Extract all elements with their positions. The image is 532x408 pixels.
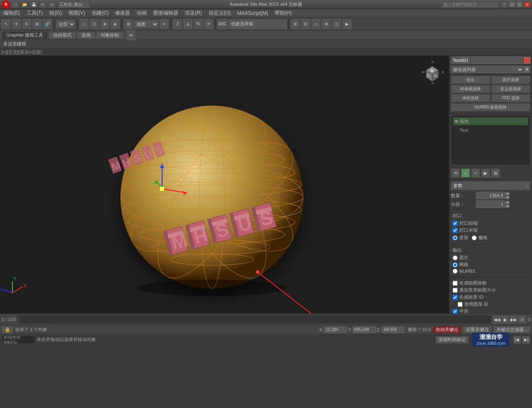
view-dropdown[interactable]: 视图	[134, 20, 159, 29]
move-tool[interactable]: ✛	[11, 19, 21, 30]
amount-down[interactable]: ▼	[505, 195, 510, 199]
select-region[interactable]: □	[79, 19, 89, 30]
nurbs-radio[interactable]	[453, 269, 458, 274]
patch-select-btn[interactable]: 面片选择	[491, 76, 531, 84]
extrude-btn[interactable]: 拉出	[451, 76, 490, 84]
material-editor[interactable]: ◇	[311, 19, 321, 30]
poly-select-btn[interactable]: 多边形选择	[491, 85, 531, 93]
open-icon[interactable]: 📂	[21, 1, 28, 8]
search-box[interactable]: 键入关键字或短语	[441, 1, 500, 8]
rotate-tool[interactable]: ↻	[22, 19, 32, 30]
align-tool[interactable]: ≡	[159, 19, 169, 30]
obj-color-swatch[interactable]	[524, 57, 530, 64]
percent-snap[interactable]: %	[193, 19, 203, 30]
params-header[interactable]: 参数 -	[451, 181, 530, 190]
curve-editor[interactable]: ⊞	[290, 19, 300, 30]
segments-up[interactable]: ▲	[505, 200, 510, 204]
maximize-button[interactable]: □	[516, 2, 523, 7]
save-icon[interactable]: 💾	[30, 1, 37, 8]
menu-graph-editor[interactable]: 图形编辑器	[150, 9, 182, 17]
z-input[interactable]	[382, 326, 404, 333]
segments-down[interactable]: ▼	[505, 204, 510, 208]
obj-name-input[interactable]	[451, 57, 523, 64]
cap-end-checkbox[interactable]	[453, 228, 458, 233]
window-crossing[interactable]: ⊡	[89, 19, 99, 30]
stack-item-text[interactable]: Text	[453, 126, 528, 134]
maxscript-mini[interactable]: 欢迎使用 MAXSc	[2, 336, 35, 344]
snap-toggle[interactable]: 3	[172, 19, 182, 30]
grid-radio[interactable]	[472, 235, 477, 240]
menu-modifier[interactable]: 修改器	[112, 9, 133, 17]
y-input[interactable]	[353, 326, 376, 333]
prev-key-btn[interactable]: |◀	[513, 336, 521, 344]
redo-icon[interactable]: ↪	[48, 1, 56, 8]
gen-uvw-checkbox[interactable]	[453, 281, 458, 286]
gen-mat-id-checkbox[interactable]	[453, 295, 458, 300]
menu-animation[interactable]: 动画	[133, 9, 150, 17]
morph-radio[interactable]	[453, 235, 458, 240]
schematic-view[interactable]: ⊟	[300, 19, 310, 30]
scale-tool[interactable]: ⊞	[32, 19, 42, 30]
spinner-snap[interactable]: ⟳	[204, 19, 214, 30]
nav-check-btn[interactable]: ✓	[471, 168, 480, 178]
next-key-btn[interactable]: ▶|	[522, 336, 530, 344]
menu-view[interactable]: 视图(V)	[65, 9, 89, 17]
nav-play-btn[interactable]: ▶	[481, 168, 490, 178]
menu-customize[interactable]: 自定义(U)	[205, 9, 234, 17]
mesh-radio[interactable]	[453, 262, 458, 267]
real-world-checkbox[interactable]	[453, 288, 458, 293]
layer-manager[interactable]: ABC	[217, 19, 228, 30]
nav-line-btn[interactable]: |	[461, 168, 470, 178]
menu-edit[interactable]: 编辑(E)	[0, 9, 23, 17]
stack-item-extrude[interactable]: 拉出	[460, 118, 469, 124]
vol-select-btn[interactable]: 体积选择	[451, 94, 490, 102]
nav-back-btn[interactable]: ⟲	[451, 168, 460, 178]
amount-input[interactable]	[476, 192, 505, 199]
use-shape-id-checkbox[interactable]	[458, 302, 463, 307]
filter-dropdown[interactable]: 全部	[56, 20, 76, 29]
set-key-btn[interactable]: 设置关键点	[463, 326, 492, 334]
x-input[interactable]	[324, 326, 347, 333]
loop-btn[interactable]: ↺	[518, 315, 526, 324]
workspace-dropdown[interactable]: 工作台: 默认	[57, 1, 91, 8]
auto-key-btn[interactable]: 自动关键点	[433, 326, 461, 334]
help-icon[interactable]: ?	[500, 1, 508, 8]
named-selection-input[interactable]: 创建选择集	[229, 20, 287, 29]
ffd-select-btn[interactable]: FFD 选择	[491, 94, 531, 102]
key-filter-btn[interactable]: 关键点过滤器...	[493, 326, 530, 334]
smooth-checkbox[interactable]	[453, 309, 458, 314]
amount-spinner[interactable]: ▲ ▼	[505, 192, 510, 199]
segments-input[interactable]	[476, 200, 505, 208]
cap-start-checkbox[interactable]	[453, 221, 458, 226]
menu-help[interactable]: 帮助(H)	[271, 9, 295, 17]
menu-group[interactable]: 组(G)	[46, 9, 65, 17]
menu-tools[interactable]: 工具(T)	[23, 9, 46, 17]
named-sel[interactable]: ◈	[110, 19, 120, 30]
timeline-track[interactable]	[19, 315, 491, 324]
nurbs-sel-btn[interactable]: NURBS 曲面选择	[451, 103, 530, 111]
patch-radio[interactable]	[453, 255, 458, 260]
viewcube-gizmo[interactable]: 前 右 左 S N E W	[420, 60, 445, 85]
play-btn[interactable]: ▶	[501, 315, 510, 324]
render-frame[interactable]: ◫	[332, 19, 342, 30]
expand-btn[interactable]: ≫	[126, 30, 136, 41]
tab-select[interactable]: 选择	[77, 32, 95, 39]
menu-maxscript[interactable]: MAXScript(M)	[234, 10, 272, 17]
quick-render[interactable]: ▶	[342, 19, 352, 30]
menu-create[interactable]: 创建(C)	[89, 9, 112, 17]
new-icon[interactable]: □	[12, 1, 19, 8]
next-frame-btn[interactable]: ▶▶	[510, 315, 518, 324]
segments-spinner[interactable]: ▲ ▼	[505, 200, 510, 208]
close-button[interactable]: ✕	[524, 2, 530, 7]
nav-grid-btn[interactable]: ⊞	[491, 168, 500, 178]
minimize-button[interactable]: —	[509, 2, 515, 7]
prev-frame-btn[interactable]: ◀◀	[493, 315, 501, 324]
select-obj[interactable]: ⊕	[100, 19, 110, 30]
add-time-tag-btn[interactable]: 添加时间标记	[436, 336, 469, 344]
menu-render[interactable]: 渲染(R)	[182, 9, 205, 17]
spline-select-btn[interactable]: 样条线选择	[451, 85, 490, 93]
tab-graphite[interactable]: Graphite 建模工具	[2, 32, 48, 39]
undo-icon[interactable]: ↩	[39, 1, 47, 8]
amount-up[interactable]: ▲	[505, 192, 510, 195]
render-setup[interactable]: ⊕	[321, 19, 331, 30]
